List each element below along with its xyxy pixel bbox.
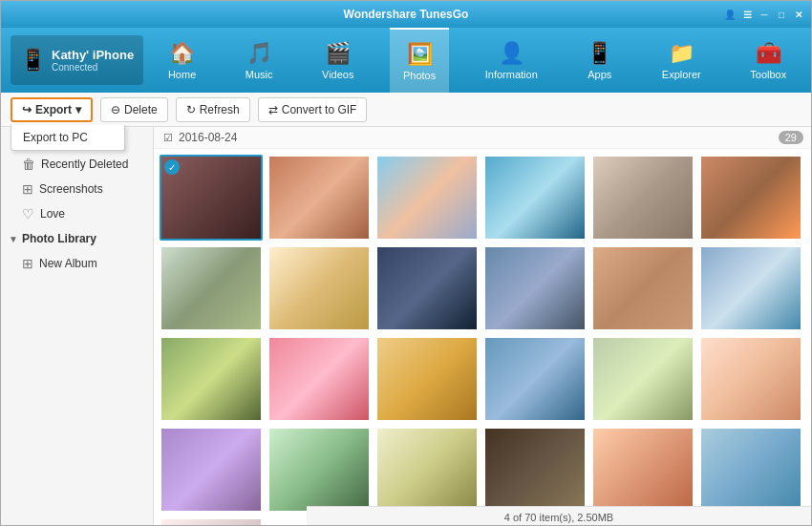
photo-thumbnail-image [377,338,477,420]
nav-toolbox[interactable]: 🧰 Toolbox [737,28,800,93]
love-label: Love [40,207,65,221]
nav-videos[interactable]: 🎬 Videos [309,28,367,93]
photo-thumb[interactable] [591,336,694,422]
nav-music[interactable]: 🎵 Music [232,28,287,93]
photos-icon: 🖼️ [407,42,433,67]
nav-apps-label: Apps [588,69,611,80]
screenshots-icon: ⊞ [22,181,33,197]
refresh-button[interactable]: ↻ Refresh [176,97,250,122]
sidebar-item-new-album[interactable]: ⊞ New Album [1,251,153,276]
photo-thumb[interactable] [699,427,802,513]
photo-thumb[interactable] [483,336,587,422]
delete-button[interactable]: ⊖ Delete [100,97,168,122]
select-all-checkbox[interactable]: ☑ [163,132,173,144]
sidebar: ▼ Camera Roll 🗑 Recently Deleted ⊞ Scree… [1,127,154,526]
photo-thumbnail-image [161,338,261,420]
photo-thumb[interactable] [483,155,587,241]
nav-home-label: Home [168,69,196,80]
maximize-icon[interactable]: □ [775,8,788,21]
photo-thumbnail-image [593,429,693,511]
photo-thumb[interactable] [699,155,802,241]
photo-thumb[interactable] [699,245,802,331]
nav-apps[interactable]: 📱 Apps [573,28,626,93]
photo-thumbnail-image [269,157,369,239]
photo-thumb[interactable] [375,427,479,513]
photo-thumb[interactable] [375,336,479,422]
screenshots-label: Screenshots [39,182,103,196]
sidebar-item-love[interactable]: ♡ Love [1,201,153,226]
photo-thumbnail-image [269,247,369,329]
photo-thumbnail-image [377,157,477,239]
main-layout: ▼ Camera Roll 🗑 Recently Deleted ⊞ Scree… [1,127,811,526]
photo-thumb[interactable] [591,155,694,241]
photo-thumb[interactable] [267,155,371,241]
photo-thumbnail-image [701,429,801,511]
nav-music-label: Music [246,69,273,80]
export-dropdown-arrow: ▾ [75,103,81,116]
nav-explorer[interactable]: 📁 Explorer [649,28,715,93]
nav-toolbox-label: Toolbox [750,69,786,80]
date-label: 2016-08-24 [179,131,237,144]
photo-thumb[interactable] [375,245,479,331]
photo-thumbnail-image [485,247,585,329]
music-icon: 🎵 [246,41,272,66]
home-icon: 🏠 [169,41,195,66]
device-icon: 📱 [20,48,46,73]
photo-thumb[interactable] [160,517,263,526]
photo-thumb[interactable] [483,245,587,331]
photo-thumbnail-image [377,247,477,329]
close-icon[interactable]: ✕ [792,8,805,21]
photo-thumbnail-image [161,429,261,511]
apps-icon: 📱 [587,41,612,66]
sidebar-item-screenshots[interactable]: ⊞ Screenshots [1,177,153,201]
photo-thumb[interactable] [160,336,263,422]
status-text: 4 of 70 item(s), 2.50MB [504,512,613,523]
navbar: 📱 Kathy' iPhone Connected 🏠 Home 🎵 Music… [1,28,811,93]
photo-thumbnail-image [161,519,261,526]
explorer-icon: 📁 [669,41,694,66]
photo-thumbnail-image [593,157,693,239]
photo-library-arrow: ▼ [9,234,18,244]
nav-items: 🏠 Home 🎵 Music 🎬 Videos 🖼️ Photos 👤 Info… [143,28,811,93]
toolbar: ↪ Export ▾ Export to PC ⊖ Delete ↻ Refre… [1,93,811,127]
nav-photos[interactable]: 🖼️ Photos [390,28,449,93]
menu-icon[interactable]: ☰ [740,8,754,21]
refresh-icon: ↻ [186,103,196,116]
export-button[interactable]: ↪ Export ▾ [11,97,93,122]
photo-thumb[interactable] [160,245,263,331]
photo-thumbnail-image [593,338,693,420]
sidebar-item-recently-deleted[interactable]: 🗑 Recently Deleted [1,152,153,177]
photo-thumb[interactable] [591,427,694,513]
photo-thumb[interactable] [699,336,802,422]
photo-thumbnail-image [701,247,801,329]
minimize-icon[interactable]: ─ [758,8,771,21]
photo-thumb[interactable] [267,427,371,513]
photo-thumb[interactable]: ✓ [160,155,263,241]
nav-information[interactable]: 👤 Information [472,28,551,93]
date-header: ☑ 2016-08-24 29 [154,127,811,149]
nav-home[interactable]: 🏠 Home [155,28,209,93]
titlebar: Wondershare TunesGo 👤 ☰ ─ □ ✕ [1,1,811,28]
photo-thumbnail-image [269,338,369,420]
device-info: 📱 Kathy' iPhone Connected [11,35,143,85]
convert-gif-button[interactable]: ⇄ Convert to GIF [258,97,368,122]
photo-thumb[interactable] [591,245,694,331]
photo-thumbnail-image [701,157,801,239]
content-area: ☑ 2016-08-24 29 ✓ 4 of 70 item(s), 2.50M… [154,127,811,526]
status-bar: 4 of 70 item(s), 2.50MB [307,506,811,526]
information-icon: 👤 [499,41,524,66]
photo-thumb[interactable] [267,336,371,422]
photo-thumb[interactable] [160,427,263,513]
photo-thumbnail-image [701,338,801,420]
export-to-pc-item[interactable]: Export to PC [11,125,124,150]
photo-thumb[interactable] [267,245,371,331]
export-dropdown: Export to PC [11,125,125,151]
toolbox-icon: 🧰 [756,41,781,66]
photo-thumbnail-image [485,338,585,420]
photo-thumb[interactable] [375,155,479,241]
nav-information-label: Information [485,69,538,80]
refresh-label: Refresh [200,103,240,116]
user-icon[interactable]: 👤 [723,8,737,21]
photo-library-section[interactable]: ▼ Photo Library [1,226,153,251]
photo-thumb[interactable] [483,427,587,513]
